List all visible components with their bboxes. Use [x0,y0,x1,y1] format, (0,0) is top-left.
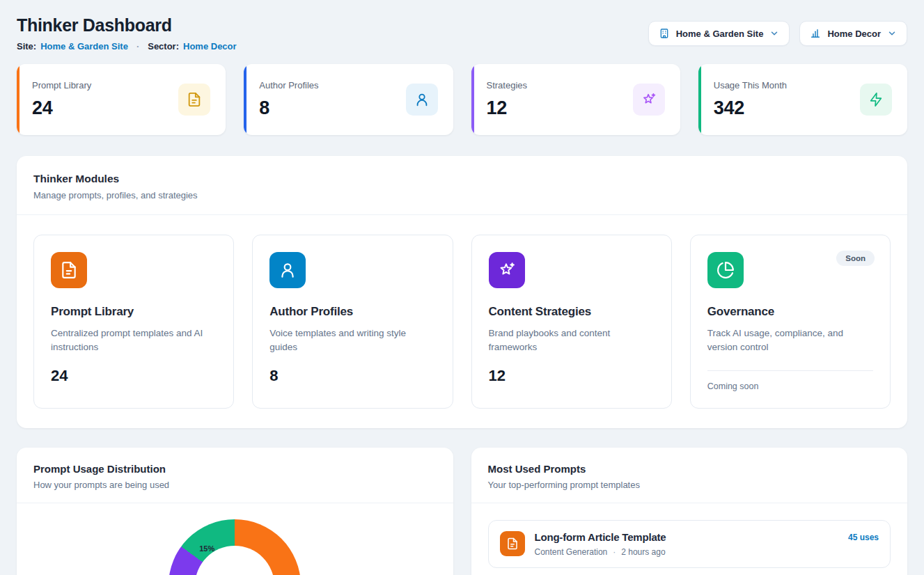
chevron-down-icon [887,29,897,38]
stat-label: Usage This Month [714,80,787,90]
site-label: Site: [17,41,36,52]
module-count: 8 [269,367,435,385]
module-card-governance[interactable]: Soon Governance Track AI usage, complian… [690,235,891,409]
site-selector-label: Home & Garden Site [676,29,764,39]
modules-grid: Prompt Library Centralized prompt templa… [17,215,907,428]
accent-bar [244,64,246,135]
stat-value: 12 [487,97,528,119]
module-count: 24 [51,367,217,385]
chart-area: 15% [17,503,453,575]
file-text-icon [500,531,525,556]
stat-card-author-profiles: Author Profiles 8 [244,64,453,135]
stat-value: 8 [259,97,318,119]
module-description: Centralized prompt templates and AI inst… [51,326,211,355]
donut-chart: 15% [169,519,301,575]
header-left: Thinker Dashboard Site: Home & Garden Si… [17,15,237,52]
accent-bar [471,64,474,135]
breadcrumb: Site: Home & Garden Site · Sector: Home … [17,41,237,52]
prompt-item-time: 2 hours ago [621,547,665,557]
stat-value: 342 [714,97,787,119]
usage-chart-title: Prompt Usage Distribution [33,463,437,475]
prompt-item-text: Long-form Article Template Content Gener… [535,531,666,557]
stat-text: Prompt Library 24 [32,80,91,119]
usage-chart-subtitle: How your prompts are being used [33,480,437,490]
usage-chart-header: Prompt Usage Distribution How your promp… [17,448,453,503]
modules-title: Thinker Modules [33,173,891,185]
zap-icon [860,84,892,116]
sparkle-star-icon [633,84,665,116]
stat-label: Strategies [487,80,528,90]
sector-selector-dropdown[interactable]: Home Decor [799,21,907,46]
prompt-item-category: Content Generation [535,547,608,557]
dashboard-page: Thinker Dashboard Site: Home & Garden Si… [0,0,924,575]
donut-segment-label: 15% [199,544,214,553]
header-controls: Home & Garden Site Home Decor [648,21,907,46]
most-used-subtitle: Your top-performing prompt templates [488,480,891,490]
module-description: Voice templates and writing style guides [269,326,430,355]
module-card-author-profiles[interactable]: Author Profiles Voice templates and writ… [252,235,453,409]
page-title: Thinker Dashboard [17,15,237,36]
user-icon [269,252,306,288]
stat-card-usage: Usage This Month 342 [698,64,907,135]
stat-text: Usage This Month 342 [714,80,787,119]
most-used-prompts-card: Most Used Prompts Your top-performing pr… [471,448,908,575]
module-title: Content Strategies [489,305,655,319]
page-header: Thinker Dashboard Site: Home & Garden Si… [17,15,907,52]
module-title: Governance [707,305,873,319]
stats-row: Prompt Library 24 Author Profiles 8 Stra… [17,64,907,135]
sector-link[interactable]: Home Decor [183,41,237,52]
sparkle-star-icon [489,252,525,288]
module-footer: Coming soon [707,381,873,391]
chevron-down-icon [769,29,779,38]
sector-label: Sector: [148,41,179,52]
module-count: 12 [489,367,655,385]
module-description: Track AI usage, compliance, and version … [707,326,868,355]
list-item-long-form-article[interactable]: Long-form Article Template Content Gener… [488,520,891,568]
most-used-title: Most Used Prompts [488,463,891,475]
most-used-header: Most Used Prompts Your top-performing pr… [471,448,908,503]
stat-card-strategies: Strategies 12 [471,64,680,135]
soon-badge: Soon [836,251,875,266]
building-icon [659,28,670,39]
user-icon [406,84,438,116]
pie-chart-icon [707,252,744,288]
modules-subtitle: Manage prompts, profiles, and strategies [33,190,891,200]
module-title: Prompt Library [51,305,217,319]
site-link[interactable]: Home & Garden Site [40,41,128,52]
prompt-item-uses-badge: 45 uses [848,533,879,542]
stat-text: Strategies 12 [487,80,528,119]
stat-text: Author Profiles 8 [259,80,318,119]
modules-header: Thinker Modules Manage prompts, profiles… [17,156,907,214]
sector-selector-label: Home Decor [827,29,881,39]
divider [707,370,873,371]
prompt-list: Long-form Article Template Content Gener… [471,503,908,575]
bottom-row: Prompt Usage Distribution How your promp… [17,448,907,575]
modules-section: Thinker Modules Manage prompts, profiles… [17,156,907,428]
stat-value: 24 [32,97,91,119]
prompt-item-title: Long-form Article Template [535,531,666,543]
stat-card-prompt-library: Prompt Library 24 [17,64,226,135]
bar-chart-icon [810,28,821,39]
meta-separator: · [136,41,139,52]
module-card-content-strategies[interactable]: Content Strategies Brand playbooks and c… [471,235,672,409]
file-text-icon [51,252,87,288]
meta-separator: · [613,547,616,557]
module-description: Brand playbooks and content frameworks [489,326,649,355]
module-title: Author Profiles [269,305,435,319]
site-selector-dropdown[interactable]: Home & Garden Site [648,21,790,46]
prompt-item-meta: Content Generation · 2 hours ago [535,547,666,557]
stat-label: Author Profiles [259,80,318,90]
module-card-prompt-library[interactable]: Prompt Library Centralized prompt templa… [33,235,234,409]
usage-distribution-card: Prompt Usage Distribution How your promp… [17,448,453,575]
accent-bar [17,64,19,135]
accent-bar [698,64,701,135]
stat-label: Prompt Library [32,80,91,90]
file-text-icon [178,84,210,116]
